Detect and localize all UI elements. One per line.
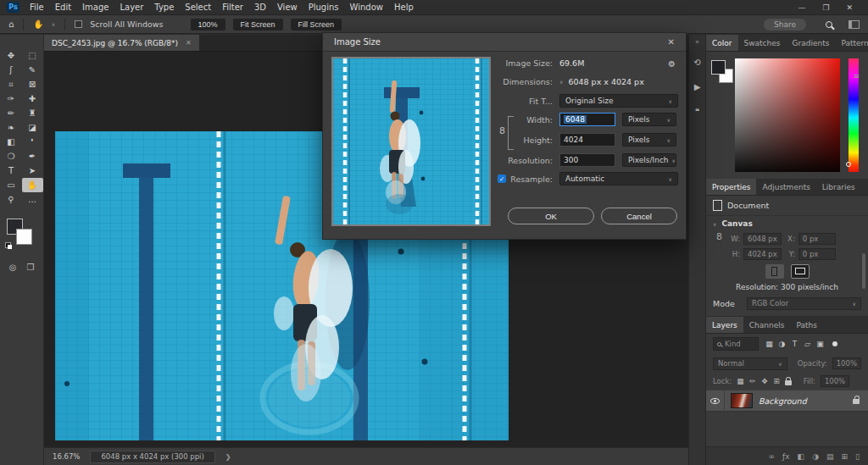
link-layers-icon[interactable]: ∞: [769, 452, 776, 461]
frame-tool[interactable]: ⊠: [22, 77, 43, 91]
add-layer-mask-icon[interactable]: ◧: [798, 452, 805, 461]
status-chevron-icon[interactable]: ❯: [225, 453, 231, 461]
resample-dropdown[interactable]: Automatic ∨: [559, 172, 678, 185]
history-panel-icon[interactable]: ⟲: [693, 58, 700, 67]
hand-tool[interactable]: ✋: [22, 178, 43, 192]
link-dimensions-icon[interactable]: 8: [716, 231, 722, 242]
object-selection-tool[interactable]: ✎: [22, 63, 43, 77]
actions-panel-icon[interactable]: ▶: [694, 82, 701, 91]
properties-scrollbar[interactable]: [862, 253, 865, 289]
layer-lock-icon[interactable]: [853, 399, 860, 404]
filter-pixel-layers-icon[interactable]: ▦: [763, 340, 776, 348]
history-brush-tool[interactable]: ❧: [1, 120, 22, 135]
document-tab[interactable]: DSC_2453.jpg @ 16.7% (RGB/8*) ✕: [44, 35, 199, 51]
blend-mode-dropdown[interactable]: Normal ∨: [713, 357, 787, 370]
dialog-title-bar[interactable]: Image Size ✕: [323, 33, 686, 52]
brush-tool[interactable]: ✏: [1, 106, 22, 120]
tab-channels[interactable]: Channels: [743, 317, 791, 333]
portrait-orientation-button[interactable]: [765, 264, 784, 279]
dialog-close-icon[interactable]: ✕: [668, 37, 675, 47]
canvas-x-field[interactable]: 0 px: [798, 233, 836, 245]
scroll-all-windows-checkbox[interactable]: [75, 20, 82, 28]
canvas-height-field[interactable]: 4024 px: [743, 248, 782, 260]
menu-item[interactable]: Select: [185, 3, 211, 12]
tab-swatches[interactable]: Swatches: [738, 35, 787, 51]
lock-transparent-pixels-icon[interactable]: ▦: [737, 377, 743, 385]
tab-color[interactable]: Color: [706, 35, 738, 51]
height-input[interactable]: 4024: [559, 133, 615, 147]
width-unit-dropdown[interactable]: Pixels ∨: [622, 113, 676, 126]
fill-field[interactable]: 100%: [821, 375, 849, 387]
ok-button[interactable]: OK: [508, 208, 594, 224]
delete-layer-icon[interactable]: ▯: [855, 452, 860, 461]
filter-shape-layers-icon[interactable]: ▱: [801, 340, 814, 348]
layer-filter-search[interactable]: Kind: [713, 337, 759, 351]
document-info[interactable]: 6048 px x 4024 px (300 ppi): [90, 451, 214, 463]
search-icon[interactable]: [826, 21, 832, 28]
dimensions-caret-icon[interactable]: ∨: [559, 79, 563, 85]
tab-properties[interactable]: Properties: [706, 179, 756, 195]
fit-to-dropdown[interactable]: Original Size ∨: [559, 94, 678, 108]
eraser-tool[interactable]: ◪: [22, 120, 43, 135]
menu-item[interactable]: 3D: [254, 3, 266, 12]
move-tool[interactable]: ✥: [1, 48, 22, 63]
type-tool[interactable]: T: [1, 163, 22, 178]
link-dimensions-icon[interactable]: 8: [499, 125, 505, 136]
hue-slider-handle[interactable]: [846, 162, 851, 167]
share-button[interactable]: Share: [764, 19, 806, 30]
tab-adjustments[interactable]: Adjustments: [756, 179, 815, 195]
dodge-tool[interactable]: ❍: [1, 149, 22, 163]
close-tab-icon[interactable]: ✕: [186, 39, 192, 47]
menu-item[interactable]: Layer: [120, 3, 143, 12]
default-colors-icon[interactable]: [5, 242, 12, 249]
zoom-tool[interactable]: ⚲: [1, 192, 22, 207]
menu-item[interactable]: View: [277, 3, 298, 12]
filter-type-layers-icon[interactable]: T: [788, 340, 801, 348]
tab-gradients[interactable]: Gradients: [787, 35, 836, 51]
landscape-orientation-button[interactable]: [791, 264, 810, 279]
dialog-preview[interactable]: [331, 57, 491, 226]
minimize-button[interactable]: —: [798, 3, 805, 12]
comments-panel-icon[interactable]: ❝: [695, 107, 699, 116]
crop-tool[interactable]: ⌗: [1, 77, 22, 91]
tool-preset-caret-icon[interactable]: ∨: [52, 21, 55, 27]
menu-item[interactable]: Edit: [55, 3, 71, 12]
collapse-panels-icon[interactable]: «: [695, 38, 699, 46]
lock-position-icon[interactable]: ✥: [761, 377, 767, 385]
eyedropper-tool[interactable]: ✑: [1, 91, 22, 106]
resample-checkbox[interactable]: ✓: [498, 174, 506, 183]
quick-mask-button[interactable]: ◎: [9, 263, 17, 272]
canvas-width-field[interactable]: 6048 px: [743, 233, 782, 245]
layer-thumbnail[interactable]: [731, 393, 753, 408]
dialog-gear-icon[interactable]: ⚙: [668, 59, 676, 69]
restore-button[interactable]: ❐: [822, 3, 829, 12]
height-unit-dropdown[interactable]: Pixels ∨: [622, 133, 676, 147]
width-input[interactable]: 6048: [559, 113, 615, 126]
lock-artboard-icon[interactable]: ⊞: [774, 377, 780, 385]
resolution-input[interactable]: 300: [559, 153, 615, 167]
tab-patterns[interactable]: Patterns: [835, 35, 868, 51]
workspace-switcher-icon[interactable]: [849, 20, 860, 29]
menu-item[interactable]: Plugins: [309, 3, 339, 12]
rectangular-marquee-tool[interactable]: ⬚: [22, 48, 43, 63]
background-color-swatch[interactable]: [16, 229, 32, 245]
new-adjustment-layer-icon[interactable]: ◑: [812, 452, 819, 461]
screen-mode-button[interactable]: ❐: [26, 263, 34, 272]
layer-row-background[interactable]: Background: [706, 390, 868, 412]
cancel-button[interactable]: Cancel: [601, 208, 677, 224]
foreground-color-swatch[interactable]: [711, 60, 726, 75]
rectangle-tool[interactable]: ▭: [1, 178, 22, 192]
layer-filter-toggle[interactable]: [832, 341, 837, 346]
menu-item[interactable]: Image: [82, 3, 108, 12]
menu-item[interactable]: Window: [350, 3, 383, 12]
close-button[interactable]: ✕: [846, 3, 853, 12]
gradient-tool[interactable]: ◧: [1, 135, 22, 149]
color-panel-menu-icon[interactable]: ≡: [853, 72, 865, 80]
new-layer-icon[interactable]: ⊞: [842, 452, 849, 461]
zoom-level[interactable]: 16.67%: [53, 452, 80, 461]
opacity-field[interactable]: 100%: [832, 357, 861, 369]
path-selection-tool[interactable]: ➤: [22, 163, 43, 178]
tab-libraries[interactable]: Libraries: [816, 179, 861, 195]
healing-brush-tool[interactable]: ✚: [22, 91, 43, 106]
lock-image-pixels-icon[interactable]: ✏: [749, 377, 755, 385]
